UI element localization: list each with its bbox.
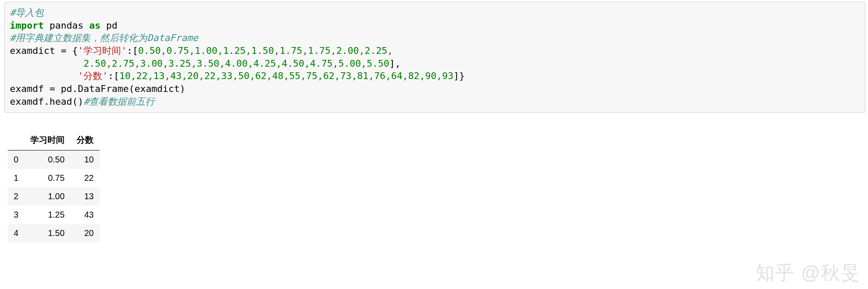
table-cell: 22 bbox=[71, 169, 100, 187]
code-punct: :[ bbox=[127, 45, 138, 56]
code-keyword-import: import bbox=[10, 20, 44, 31]
code-comment: #导入包 bbox=[10, 7, 44, 18]
code-number: 2.50,2.75,3.00,3.25,3.50,4.00,4.25,4.50,… bbox=[83, 58, 389, 69]
dataframe-table: 学习时间 分数 0 0.50 10 1 0.75 22 2 1.00 bbox=[8, 130, 100, 242]
table-corner bbox=[8, 130, 24, 150]
table-cell: 1.25 bbox=[24, 206, 71, 224]
code-ident: pandas bbox=[44, 20, 89, 31]
table-index: 4 bbox=[8, 224, 24, 242]
table-row: 1 0.75 22 bbox=[8, 169, 100, 187]
code-cell: #导入包 import pandas as pd #用字典建立数据集，然后转化为… bbox=[4, 2, 865, 113]
code-comment: #用字典建立数据集，然后转化为DataFrame bbox=[10, 32, 198, 43]
table-index: 2 bbox=[8, 187, 24, 206]
table-col-header: 学习时间 bbox=[24, 130, 71, 150]
code-ident: pd bbox=[100, 20, 118, 31]
table-cell: 10 bbox=[71, 150, 100, 169]
table-cell: 43 bbox=[71, 206, 100, 224]
table-cell: 0.50 bbox=[24, 150, 71, 169]
code-number: 10,22,13,43,20,22,33,50,62,48,55,75,62,7… bbox=[119, 71, 453, 81]
code-line: examdf.head() bbox=[10, 96, 83, 107]
code-punct: :[ bbox=[108, 71, 119, 81]
table-cell: 1.00 bbox=[24, 187, 71, 206]
code-keyword-as: as bbox=[89, 20, 100, 31]
code-number: 0.50,0.75,1.00,1.25,1.50,1.75,1.75,2.00,… bbox=[138, 45, 393, 56]
code-string: '分数' bbox=[78, 71, 108, 81]
table-row: 3 1.25 43 bbox=[8, 206, 100, 224]
table-row: 0 0.50 10 bbox=[8, 150, 100, 169]
table-index: 0 bbox=[8, 150, 24, 169]
table-cell: 20 bbox=[71, 224, 100, 242]
code-punct: ]} bbox=[453, 71, 465, 81]
table-row: 2 1.00 13 bbox=[8, 187, 100, 206]
table-row: 4 1.50 20 bbox=[8, 224, 100, 242]
code-line: examdf = pd.DataFrame(examdict) bbox=[10, 83, 186, 94]
table-index: 1 bbox=[8, 169, 24, 187]
code-indent bbox=[10, 58, 83, 69]
table-cell: 1.50 bbox=[24, 224, 71, 242]
code-string: '学习时间' bbox=[78, 45, 127, 56]
watermark: 知乎 @秋旻 bbox=[756, 260, 860, 286]
code-comment: #查看数据前五行 bbox=[83, 96, 155, 107]
table-index: 3 bbox=[8, 206, 24, 224]
table-cell: 13 bbox=[71, 187, 100, 206]
table-cell: 0.75 bbox=[24, 169, 71, 187]
code-punct: ], bbox=[389, 58, 401, 69]
code-indent bbox=[10, 71, 78, 81]
output-area: 学习时间 分数 0 0.50 10 1 0.75 22 2 1.00 bbox=[8, 130, 865, 242]
table-col-header: 分数 bbox=[71, 130, 100, 150]
code-ident: examdict = { bbox=[10, 45, 78, 56]
